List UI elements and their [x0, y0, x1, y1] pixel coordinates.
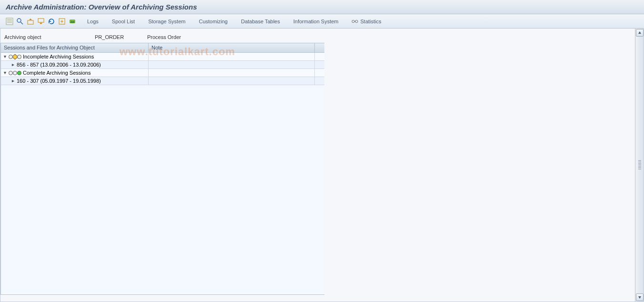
spool-list-button[interactable]: Spool List — [108, 17, 139, 26]
tree-header-col2[interactable]: Note — [149, 43, 315, 52]
svg-point-11 — [352, 20, 354, 22]
tree-group-complete[interactable]: Complete Archiving Sessions — [1, 69, 324, 77]
scroll-down-icon[interactable] — [636, 293, 644, 301]
storage-system-button[interactable]: Storage System — [144, 17, 190, 26]
status-lights-complete-icon — [9, 71, 21, 75]
statistics-button[interactable]: Statistics — [347, 17, 385, 26]
svg-point-12 — [355, 20, 358, 22]
svg-rect-7 — [38, 19, 44, 22]
tree-leaf-label: 856 - 857 (13.09.2006 - 13.09.2006) — [17, 62, 101, 68]
jobs-icon[interactable]: Job — [68, 17, 77, 26]
svg-point-4 — [17, 19, 21, 22]
info-label: Information System — [293, 19, 339, 24]
logs-label: Logs — [87, 19, 99, 24]
status-lights-incomplete-icon — [9, 55, 21, 59]
glasses-icon — [352, 19, 358, 24]
tree-leaf-label: 160 - 307 (05.09.1997 - 19.05.1998) — [17, 78, 101, 84]
tree-leaf-row[interactable]: 160 - 307 (05.09.1997 - 19.05.1998) — [1, 77, 324, 85]
storage-label: Storage System — [148, 19, 185, 24]
tree-header-blank — [315, 43, 324, 52]
stats-label: Statistics — [360, 19, 381, 24]
logs-button[interactable]: Logs — [83, 17, 103, 26]
tree-leaf-row[interactable]: 856 - 857 (13.09.2006 - 13.09.2006) — [1, 61, 324, 69]
tree-group-incomplete-label: Incomplete Archiving Sessions — [23, 54, 94, 59]
archiving-object-desc: Process Order — [147, 34, 181, 40]
svg-rect-0 — [6, 18, 13, 25]
vertical-scrollbar[interactable] — [635, 29, 644, 302]
customizing-button[interactable]: Customizing — [194, 17, 232, 26]
custom-label: Customizing — [199, 19, 228, 24]
scroll-up-icon[interactable] — [636, 29, 644, 37]
archiving-object-code: PR_ORDER — [95, 34, 138, 40]
db-label: Database Tables — [241, 19, 280, 24]
expand-toggle-icon[interactable] — [11, 63, 15, 67]
svg-text:Job: Job — [70, 20, 75, 23]
tree-header-col1[interactable]: Sessions and Files for Archiving Object — [1, 43, 149, 52]
search-icon[interactable] — [15, 17, 25, 26]
expand-toggle-icon[interactable] — [3, 71, 7, 75]
information-system-button[interactable]: Information System — [289, 17, 343, 26]
spool-label: Spool List — [112, 19, 135, 24]
tree-header: Sessions and Files for Archiving Object … — [1, 43, 324, 53]
title-bar: Archive Administration: Overview of Arch… — [0, 0, 644, 14]
svg-line-5 — [20, 22, 23, 24]
export-down-icon[interactable] — [36, 17, 46, 26]
archiving-object-row: Archiving object PR_ORDER Process Order — [0, 34, 644, 43]
scrollbar-grip-icon[interactable] — [638, 160, 641, 170]
archiving-object-label: Archiving object — [4, 34, 57, 40]
tree-group-complete-label: Complete Archiving Sessions — [23, 70, 91, 76]
expand-toggle-icon[interactable] — [11, 79, 15, 83]
expand-toggle-icon[interactable] — [3, 55, 7, 59]
svg-rect-6 — [28, 20, 33, 24]
refresh-icon[interactable] — [47, 17, 56, 26]
tree-group-incomplete[interactable]: Incomplete Archiving Sessions — [1, 53, 324, 61]
tree-body-blank — [1, 85, 324, 294]
detail-list-icon[interactable] — [5, 17, 14, 26]
page-title: Archive Administration: Overview of Arch… — [6, 3, 197, 11]
export-up-icon[interactable] — [26, 17, 35, 26]
database-tables-button[interactable]: Database Tables — [237, 17, 284, 26]
content-area: www.tutorialkart.com Archiving object PR… — [0, 29, 644, 302]
sessions-tree-table: Sessions and Files for Archiving Object … — [0, 43, 324, 295]
application-toolbar: Job Logs Spool List Storage System Custo… — [0, 14, 644, 29]
execute-icon[interactable] — [57, 17, 67, 26]
